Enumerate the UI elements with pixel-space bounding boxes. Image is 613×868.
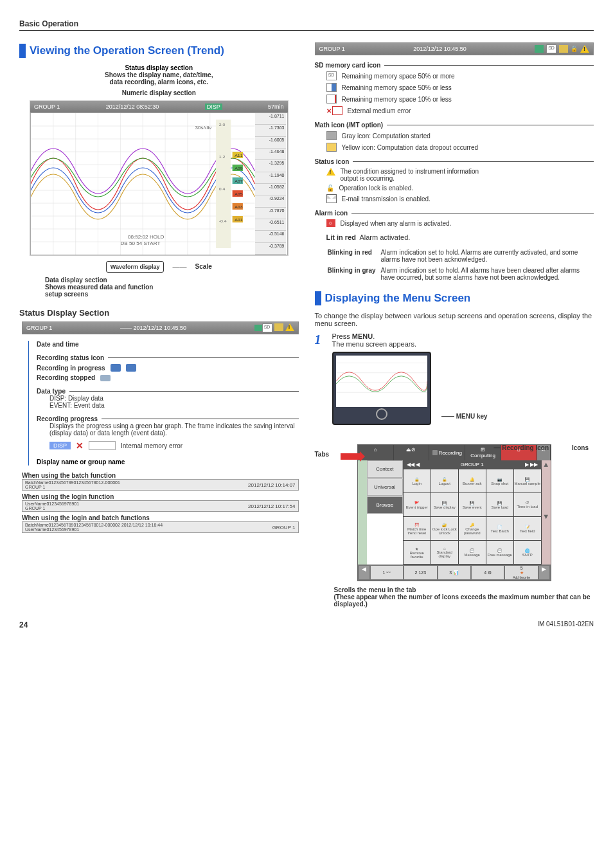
bottom-slot-1[interactable]: 1 〰 xyxy=(371,566,403,579)
sd-heading: SD memory card icon xyxy=(315,62,381,69)
svg-text:A09: A09 xyxy=(235,166,243,170)
annot-status-title: Status display section xyxy=(19,64,299,71)
warn-icon xyxy=(326,168,335,176)
bottom-slot-4[interactable]: 4 ⚙ xyxy=(472,566,504,579)
mail-icon xyxy=(326,194,337,203)
annot-numeric: Numeric display section xyxy=(19,89,299,96)
sd-10less-icon xyxy=(326,95,337,104)
menu-icon-testbatch[interactable]: 📄Test Batch xyxy=(486,517,513,540)
alarm-blink-red-label: Blinking in red xyxy=(328,248,380,264)
annot-rec-status-title: Recording status icon xyxy=(37,354,104,361)
menu-icon-removefav[interactable]: ★Remove favorite xyxy=(404,541,431,564)
alarm-blink-gray-desc: Alarm indication set to hold. All alarms… xyxy=(381,266,592,282)
menu-icon-saveload[interactable]: 💾Save load xyxy=(486,493,513,516)
menu-intro: To change the display between various se… xyxy=(315,312,594,327)
left-column: Viewing the Operation Screen (Trend) Sta… xyxy=(19,37,299,608)
menu-icon-savedisplay[interactable]: 💾Save display xyxy=(431,493,458,516)
internal-mem-error: Internal memory error xyxy=(121,442,182,449)
menu-icon-textfield[interactable]: 📝Text field xyxy=(514,517,541,540)
sd-50plus-icon: SD xyxy=(326,71,337,80)
menu-icon-opelock[interactable]: 🔐Ope lock Lock Unlock xyxy=(431,517,458,540)
status-heading: Status icon xyxy=(315,158,350,165)
math-gray-icon xyxy=(326,131,337,140)
math-heading: Math icon (/MT option) xyxy=(315,122,384,129)
menu-icon-freemsg[interactable]: 💬Free message xyxy=(486,541,513,564)
left-tab-universal[interactable]: Universal xyxy=(367,478,403,496)
bottom-slot-5[interactable]: 5★Add favorite xyxy=(505,566,537,579)
bottom-scroll-left[interactable]: ◀ xyxy=(359,566,369,579)
menu-icon-timeinload[interactable]: ⏱Time in load xyxy=(514,493,541,516)
menu-icon-message[interactable]: 💬Message xyxy=(459,541,486,564)
menu-icon-stddisplay[interactable]: ⌂Standard display xyxy=(431,541,458,564)
batch-bar-1: BatchName0123456789012345678012-000001GR… xyxy=(22,479,299,491)
menu-icon-buzzer[interactable]: 🔔Buzzer ack xyxy=(459,469,486,493)
svg-text:2.0: 2.0 xyxy=(219,122,226,126)
rec-icon xyxy=(254,325,262,331)
bottom-scroll-right[interactable]: ▶ xyxy=(539,566,549,579)
math-yellow-icon xyxy=(326,143,337,152)
trend-chart: 2.01.20.4-0.4 A11 A09 A07 A05 A03 A01 30… xyxy=(30,113,288,255)
menu-icon-matchtime[interactable]: ⏰Match time trend reset xyxy=(404,517,431,540)
status-mail: E-mail transmission is enabled. xyxy=(342,195,431,203)
callout-waveform: Waveform display xyxy=(106,261,164,273)
tab-recording[interactable]: Recording xyxy=(429,445,465,460)
blue-marker-icon xyxy=(315,291,321,305)
sd-10less: Remaining memory space 10% or less xyxy=(342,96,452,103)
menu-icon-manualsample[interactable]: 💾Manual sample xyxy=(514,469,541,493)
warn-status-icon xyxy=(580,45,589,53)
x-icon: ✕ xyxy=(76,440,84,451)
math-gray: Gray icon: Computation started xyxy=(342,132,431,140)
scroll-down[interactable]: ▼ xyxy=(542,512,551,565)
math-status-icon xyxy=(559,45,568,53)
section-header: Basic Operation xyxy=(19,19,594,31)
scroll-up[interactable]: ▲ xyxy=(542,460,551,512)
svg-rect-18 xyxy=(216,120,231,248)
menu-key-button[interactable] xyxy=(376,408,387,420)
step1-menu: MENU xyxy=(352,332,373,340)
sd-50less: Remaining memory space 50% or less xyxy=(342,84,452,91)
data-type-disp: DISP: Display data xyxy=(49,395,299,402)
menu-icon-snapshot[interactable]: 📷Snap shot xyxy=(486,469,513,493)
r-status-group: GROUP 1 xyxy=(319,46,345,52)
rec-icon-label: Recording icon xyxy=(502,444,549,451)
trend-value: -1.0582 xyxy=(255,184,286,195)
status-cond1: The condition assigned to instrument inf… xyxy=(341,168,479,175)
menu-icon-login[interactable]: 🔒Login xyxy=(404,469,431,493)
left-tab-browse[interactable]: Browse xyxy=(367,496,403,514)
alarm-lit-label: Lit in red xyxy=(326,233,356,241)
annot-data-desc2: setup screens xyxy=(45,291,299,298)
doc-id: IM 04L51B01-02EN xyxy=(537,620,594,629)
sd-error: External medium error xyxy=(348,107,411,114)
trend-waveforms: 2.01.20.4-0.4 A11 A09 A07 A05 A03 A01 30… xyxy=(31,113,255,255)
menu-icon-logout[interactable]: 🔓Logout xyxy=(431,469,458,493)
alarm-desc: Displayed when any alarm is activated. xyxy=(341,220,452,227)
tab-eject[interactable]: ⏏⊘ xyxy=(394,445,430,460)
batch-title-2: When using the login function xyxy=(22,493,299,500)
trend-status-bar: GROUP 1 2012/12/12 08:52:30 DISP 57min xyxy=(30,101,288,113)
step1-text-a: Press xyxy=(332,332,352,340)
disp-badge: DISP xyxy=(49,442,71,449)
rec-progress-icon xyxy=(111,364,121,372)
svg-text:DB 50 54 START: DB 50 54 START xyxy=(120,241,160,246)
sd-50less-icon xyxy=(326,83,337,92)
alarm-icon: ☼ xyxy=(326,219,335,227)
icons-label: Icons xyxy=(572,444,589,451)
left-tab-context[interactable]: Context xyxy=(367,460,403,478)
rec-status-icon xyxy=(535,45,544,53)
annot-rec-prog-title: Recording progress xyxy=(37,415,98,422)
device-thumbnail: —— MENU key xyxy=(332,352,431,425)
menu-icon-grid: 🔒Login 🔓Logout 🔔Buzzer ack 📷Snap shot 💾M… xyxy=(403,469,542,565)
menu-icon-sntp[interactable]: 🌐SNTP xyxy=(514,541,541,564)
menu-icon-changepw[interactable]: 🔑Change password xyxy=(459,517,486,540)
svg-text:30s/div: 30s/div xyxy=(195,125,212,131)
lock-icon: 🔓 xyxy=(326,185,334,192)
bottom-slot-3[interactable]: 3 📊 xyxy=(438,566,470,579)
trend-datetime: 2012/12/12 08:52:30 xyxy=(106,104,159,110)
trend-period: 57min xyxy=(268,104,284,110)
step1-text-c: . xyxy=(373,332,375,340)
warn-icon xyxy=(285,323,294,331)
bottom-slot-2[interactable]: 2 123 xyxy=(404,566,436,579)
menu-icon-saveevent[interactable]: 💾Save event xyxy=(459,493,486,516)
menu-icon-eventtrigger[interactable]: 🚩Event trigger xyxy=(404,493,431,516)
scroll-annot-1: Scrolls the menu in the tab xyxy=(334,586,594,593)
